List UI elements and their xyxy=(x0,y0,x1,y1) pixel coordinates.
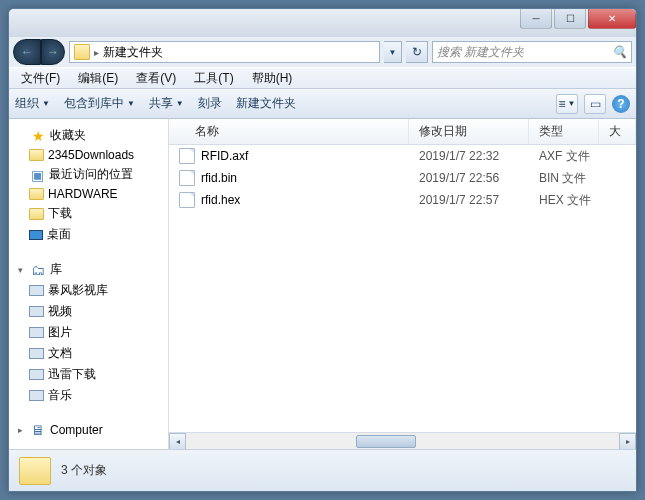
library-item-icon xyxy=(29,390,44,401)
burn-button[interactable]: 刻录 xyxy=(198,95,222,112)
sidebar-label: 暴风影视库 xyxy=(48,282,108,299)
maximize-button[interactable]: ☐ xyxy=(554,9,586,29)
scroll-left-button[interactable]: ◂ xyxy=(169,433,186,449)
sidebar-favorites[interactable]: ★ 收藏夹 xyxy=(9,125,168,146)
sidebar-item-pictures[interactable]: 图片 xyxy=(9,322,168,343)
menu-edit[interactable]: 编辑(E) xyxy=(70,68,126,89)
menu-file[interactable]: 文件(F) xyxy=(13,68,68,89)
explorer-window: ─ ☐ ✕ ← → ▸ 新建文件夹 ▼ ↻ 搜索 新建文件夹 🔍 文件(F) 编… xyxy=(8,8,637,492)
sidebar-label: 桌面 xyxy=(47,226,71,243)
sidebar-label: HARDWARE xyxy=(48,187,118,201)
scroll-right-button[interactable]: ▸ xyxy=(619,433,636,449)
file-row[interactable]: RFID.axf 2019/1/7 22:32 AXF 文件 xyxy=(169,145,636,167)
library-item-icon xyxy=(29,285,44,296)
sidebar: ★ 收藏夹 2345Downloads ▣最近访问的位置 HARDWARE 下载… xyxy=(9,119,169,449)
file-icon xyxy=(179,170,195,186)
library-item-icon xyxy=(29,327,44,338)
desktop-icon xyxy=(29,230,43,240)
sidebar-label: 音乐 xyxy=(48,387,72,404)
sidebar-label: Computer xyxy=(50,423,103,437)
file-type: HEX 文件 xyxy=(539,192,609,209)
search-input[interactable]: 搜索 新建文件夹 🔍 xyxy=(432,41,632,63)
include-library-button[interactable]: 包含到库中▼ xyxy=(64,95,135,112)
file-row[interactable]: rfid.bin 2019/1/7 22:56 BIN 文件 xyxy=(169,167,636,189)
column-type[interactable]: 类型 xyxy=(529,119,599,144)
star-icon: ★ xyxy=(30,128,46,144)
status-text: 3 个对象 xyxy=(61,462,107,479)
breadcrumb-folder[interactable]: 新建文件夹 xyxy=(103,44,163,61)
menu-tools[interactable]: 工具(T) xyxy=(186,68,241,89)
sidebar-computer[interactable]: ▸ 🖥 Computer xyxy=(9,420,168,440)
expand-icon[interactable]: ▾ xyxy=(15,264,26,275)
sidebar-item-videos[interactable]: 视频 xyxy=(9,301,168,322)
preview-pane-button[interactable]: ▭ xyxy=(584,94,606,114)
column-size[interactable]: 大 xyxy=(599,119,636,144)
window-controls: ─ ☐ ✕ xyxy=(518,9,636,29)
back-button[interactable]: ← xyxy=(13,39,41,65)
sidebar-item-baofeng[interactable]: 暴风影视库 xyxy=(9,280,168,301)
library-icon: 🗂 xyxy=(30,262,46,278)
address-bar[interactable]: ▸ 新建文件夹 xyxy=(69,41,380,63)
sidebar-label: 库 xyxy=(50,261,62,278)
file-row[interactable]: rfid.hex 2019/1/7 22:57 HEX 文件 xyxy=(169,189,636,211)
file-type: BIN 文件 xyxy=(539,170,609,187)
file-date: 2019/1/7 22:56 xyxy=(419,171,539,185)
statusbar: 3 个对象 xyxy=(9,449,636,491)
sidebar-item-recent[interactable]: ▣最近访问的位置 xyxy=(9,164,168,185)
horizontal-scrollbar[interactable]: ◂ ▸ xyxy=(169,432,636,449)
help-icon[interactable]: ? xyxy=(612,95,630,113)
navigation-row: ← → ▸ 新建文件夹 ▼ ↻ 搜索 新建文件夹 🔍 xyxy=(9,37,636,67)
folder-icon xyxy=(29,149,44,161)
sidebar-item-hardware[interactable]: HARDWARE xyxy=(9,185,168,203)
sidebar-label: 视频 xyxy=(48,303,72,320)
menu-help[interactable]: 帮助(H) xyxy=(244,68,301,89)
scroll-thumb[interactable] xyxy=(356,435,416,448)
file-type: AXF 文件 xyxy=(539,148,609,165)
folder-icon xyxy=(74,44,90,60)
expand-icon[interactable] xyxy=(15,130,26,141)
file-icon xyxy=(179,192,195,208)
forward-button[interactable]: → xyxy=(41,39,65,65)
nav-buttons: ← → xyxy=(13,39,65,65)
minimize-button[interactable]: ─ xyxy=(520,9,552,29)
view-mode-button[interactable]: ≡▼ xyxy=(556,94,578,114)
folder-icon xyxy=(29,208,44,220)
file-list[interactable]: RFID.axf 2019/1/7 22:32 AXF 文件 rfid.bin … xyxy=(169,145,636,432)
titlebar: ─ ☐ ✕ xyxy=(9,9,636,37)
sidebar-item-documents[interactable]: 文档 xyxy=(9,343,168,364)
library-item-icon xyxy=(29,369,44,380)
file-date: 2019/1/7 22:32 xyxy=(419,149,539,163)
breadcrumb-separator: ▸ xyxy=(94,47,99,58)
sidebar-item-xunlei[interactable]: 迅雷下载 xyxy=(9,364,168,385)
sidebar-label: 图片 xyxy=(48,324,72,341)
organize-button[interactable]: 组织▼ xyxy=(15,95,50,112)
sidebar-item-desktop[interactable]: 桌面 xyxy=(9,224,168,245)
menubar: 文件(F) 编辑(E) 查看(V) 工具(T) 帮助(H) xyxy=(9,67,636,89)
sidebar-label: 最近访问的位置 xyxy=(49,166,133,183)
column-date[interactable]: 修改日期 xyxy=(409,119,529,144)
file-name: RFID.axf xyxy=(201,149,419,163)
library-item-icon xyxy=(29,348,44,359)
refresh-button[interactable]: ↻ xyxy=(406,41,428,63)
library-item-icon xyxy=(29,306,44,317)
new-folder-button[interactable]: 新建文件夹 xyxy=(236,95,296,112)
sidebar-libraries[interactable]: ▾ 🗂 库 xyxy=(9,259,168,280)
search-icon: 🔍 xyxy=(612,45,627,59)
close-button[interactable]: ✕ xyxy=(588,9,636,29)
file-date: 2019/1/7 22:57 xyxy=(419,193,539,207)
expand-icon[interactable]: ▸ xyxy=(15,425,26,436)
sidebar-item-downloads[interactable]: 下载 xyxy=(9,203,168,224)
sidebar-label: 文档 xyxy=(48,345,72,362)
file-icon xyxy=(179,148,195,164)
sidebar-item-music[interactable]: 音乐 xyxy=(9,385,168,406)
share-button[interactable]: 共享▼ xyxy=(149,95,184,112)
menu-view[interactable]: 查看(V) xyxy=(128,68,184,89)
toolbar-right: ≡▼ ▭ ? xyxy=(556,94,630,114)
column-name[interactable]: 名称 xyxy=(169,119,409,144)
sidebar-item-downloads2345[interactable]: 2345Downloads xyxy=(9,146,168,164)
sidebar-label: 2345Downloads xyxy=(48,148,134,162)
address-dropdown[interactable]: ▼ xyxy=(384,41,402,63)
sidebar-label: 收藏夹 xyxy=(50,127,86,144)
file-name: rfid.hex xyxy=(201,193,419,207)
sidebar-label: 下载 xyxy=(48,205,72,222)
